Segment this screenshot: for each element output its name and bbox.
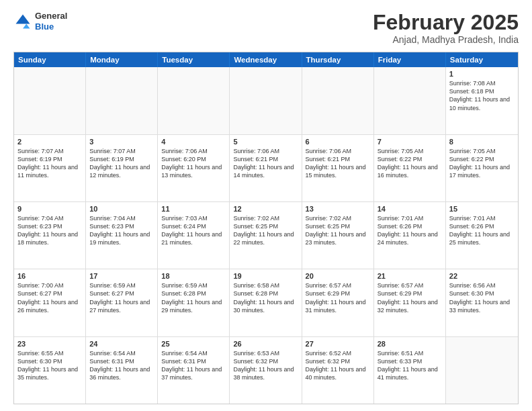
day-number: 4 [161, 138, 226, 146]
day-number: 16 [17, 272, 82, 280]
day-number: 18 [161, 272, 226, 280]
logo-text: General Blue [35, 11, 67, 32]
cell-info: Sunrise: 6:55 AM Sunset: 6:30 PM Dayligh… [17, 349, 82, 382]
day-number: 17 [89, 272, 154, 280]
day-number: 28 [378, 340, 442, 348]
day-number: 6 [306, 138, 370, 146]
calendar-cell: 19Sunrise: 6:58 AM Sunset: 6:28 PM Dayli… [230, 269, 302, 336]
cell-info: Sunrise: 7:06 AM Sunset: 6:21 PM Dayligh… [233, 147, 298, 180]
calendar-cell: 4Sunrise: 7:06 AM Sunset: 6:20 PM Daylig… [158, 135, 230, 201]
calendar-cell: 28Sunrise: 6:51 AM Sunset: 6:33 PM Dayli… [374, 337, 446, 404]
weekday-header: Thursday [302, 52, 374, 67]
calendar-row: 2Sunrise: 7:07 AM Sunset: 6:19 PM Daylig… [14, 135, 518, 202]
calendar-header: SundayMondayTuesdayWednesdayThursdayFrid… [14, 52, 518, 67]
day-number: 21 [378, 272, 442, 280]
weekday-header: Wednesday [230, 52, 302, 67]
calendar-cell: 16Sunrise: 7:00 AM Sunset: 6:27 PM Dayli… [14, 269, 86, 336]
day-number: 20 [306, 272, 370, 280]
cell-info: Sunrise: 7:06 AM Sunset: 6:21 PM Dayligh… [306, 147, 370, 180]
svg-marker-1 [23, 24, 30, 28]
weekday-header: Monday [86, 52, 158, 67]
calendar-cell: 21Sunrise: 6:57 AM Sunset: 6:29 PM Dayli… [374, 269, 446, 336]
cell-info: Sunrise: 6:51 AM Sunset: 6:33 PM Dayligh… [378, 349, 442, 382]
calendar-row: 1Sunrise: 7:08 AM Sunset: 6:18 PM Daylig… [14, 67, 518, 134]
calendar-cell: 17Sunrise: 6:59 AM Sunset: 6:27 PM Dayli… [86, 269, 158, 336]
calendar-cell: 2Sunrise: 7:07 AM Sunset: 6:19 PM Daylig… [14, 135, 86, 201]
cell-info: Sunrise: 7:00 AM Sunset: 6:27 PM Dayligh… [17, 281, 82, 314]
day-number: 3 [89, 138, 154, 146]
calendar-cell: 20Sunrise: 6:57 AM Sunset: 6:29 PM Dayli… [302, 269, 374, 336]
weekday-header: Friday [374, 52, 446, 67]
calendar-cell: 1Sunrise: 7:08 AM Sunset: 6:18 PM Daylig… [446, 67, 518, 134]
cell-info: Sunrise: 7:06 AM Sunset: 6:20 PM Dayligh… [161, 147, 226, 180]
calendar-cell: 9Sunrise: 7:04 AM Sunset: 6:23 PM Daylig… [14, 202, 86, 269]
calendar-cell: 5Sunrise: 7:06 AM Sunset: 6:21 PM Daylig… [230, 135, 302, 201]
logo-icon [13, 12, 32, 31]
day-number: 5 [233, 138, 298, 146]
calendar-cell [14, 67, 86, 134]
calendar-cell: 23Sunrise: 6:55 AM Sunset: 6:30 PM Dayli… [14, 337, 86, 404]
day-number: 13 [306, 205, 370, 213]
calendar-row: 16Sunrise: 7:00 AM Sunset: 6:27 PM Dayli… [14, 269, 518, 336]
day-number: 22 [449, 272, 515, 280]
day-number: 9 [17, 205, 82, 213]
month-title: February 2025 [373, 11, 519, 34]
cell-info: Sunrise: 6:56 AM Sunset: 6:30 PM Dayligh… [449, 281, 515, 314]
calendar: SundayMondayTuesdayWednesdayThursdayFrid… [13, 52, 519, 404]
calendar-cell: 3Sunrise: 7:07 AM Sunset: 6:19 PM Daylig… [86, 135, 158, 201]
weekday-header: Tuesday [158, 52, 230, 67]
day-number: 7 [378, 138, 442, 146]
cell-info: Sunrise: 7:05 AM Sunset: 6:22 PM Dayligh… [378, 147, 442, 180]
day-number: 15 [449, 205, 515, 213]
calendar-cell [374, 67, 446, 134]
cell-info: Sunrise: 6:59 AM Sunset: 6:27 PM Dayligh… [89, 281, 154, 314]
day-number: 26 [233, 340, 298, 348]
day-number: 24 [89, 340, 154, 348]
day-number: 14 [378, 205, 442, 213]
calendar-cell: 24Sunrise: 6:54 AM Sunset: 6:31 PM Dayli… [86, 337, 158, 404]
cell-info: Sunrise: 7:01 AM Sunset: 6:26 PM Dayligh… [378, 214, 442, 247]
calendar-cell: 27Sunrise: 6:52 AM Sunset: 6:32 PM Dayli… [302, 337, 374, 404]
header: General Blue February 2025 Anjad, Madhya… [13, 11, 519, 45]
calendar-cell: 11Sunrise: 7:03 AM Sunset: 6:24 PM Dayli… [158, 202, 230, 269]
cell-info: Sunrise: 7:04 AM Sunset: 6:23 PM Dayligh… [17, 214, 82, 247]
calendar-cell: 12Sunrise: 7:02 AM Sunset: 6:25 PM Dayli… [230, 202, 302, 269]
day-number: 1 [449, 70, 515, 78]
logo-blue: Blue [35, 21, 54, 32]
calendar-cell [302, 67, 374, 134]
cell-info: Sunrise: 7:04 AM Sunset: 6:23 PM Dayligh… [89, 214, 154, 247]
cell-info: Sunrise: 7:07 AM Sunset: 6:19 PM Dayligh… [17, 147, 82, 180]
weekday-header: Saturday [446, 52, 518, 67]
cell-info: Sunrise: 6:54 AM Sunset: 6:31 PM Dayligh… [161, 349, 226, 382]
day-number: 23 [17, 340, 82, 348]
calendar-cell: 14Sunrise: 7:01 AM Sunset: 6:26 PM Dayli… [374, 202, 446, 269]
calendar-body: 1Sunrise: 7:08 AM Sunset: 6:18 PM Daylig… [14, 67, 518, 404]
calendar-cell: 13Sunrise: 7:02 AM Sunset: 6:25 PM Dayli… [302, 202, 374, 269]
weekday-header: Sunday [14, 52, 86, 67]
cell-info: Sunrise: 6:57 AM Sunset: 6:29 PM Dayligh… [378, 281, 442, 314]
cell-info: Sunrise: 7:08 AM Sunset: 6:18 PM Dayligh… [449, 79, 515, 112]
day-number: 8 [449, 138, 515, 146]
svg-marker-0 [16, 14, 30, 24]
cell-info: Sunrise: 6:57 AM Sunset: 6:29 PM Dayligh… [306, 281, 370, 314]
cell-info: Sunrise: 7:05 AM Sunset: 6:22 PM Dayligh… [449, 147, 515, 180]
calendar-cell: 18Sunrise: 6:59 AM Sunset: 6:28 PM Dayli… [158, 269, 230, 336]
page: General Blue February 2025 Anjad, Madhya… [0, 0, 532, 411]
calendar-row: 9Sunrise: 7:04 AM Sunset: 6:23 PM Daylig… [14, 202, 518, 269]
day-number: 12 [233, 205, 298, 213]
cell-info: Sunrise: 6:54 AM Sunset: 6:31 PM Dayligh… [89, 349, 154, 382]
cell-info: Sunrise: 6:53 AM Sunset: 6:32 PM Dayligh… [233, 349, 298, 382]
logo-general: General [35, 11, 67, 21]
cell-info: Sunrise: 7:02 AM Sunset: 6:25 PM Dayligh… [306, 214, 370, 247]
day-number: 11 [161, 205, 226, 213]
day-number: 2 [17, 138, 82, 146]
calendar-cell [446, 337, 518, 404]
day-number: 19 [233, 272, 298, 280]
cell-info: Sunrise: 7:01 AM Sunset: 6:26 PM Dayligh… [449, 214, 515, 247]
day-number: 27 [306, 340, 370, 348]
calendar-cell: 15Sunrise: 7:01 AM Sunset: 6:26 PM Dayli… [446, 202, 518, 269]
calendar-cell [230, 67, 302, 134]
calendar-cell: 8Sunrise: 7:05 AM Sunset: 6:22 PM Daylig… [446, 135, 518, 201]
day-number: 25 [161, 340, 226, 348]
cell-info: Sunrise: 7:03 AM Sunset: 6:24 PM Dayligh… [161, 214, 226, 247]
